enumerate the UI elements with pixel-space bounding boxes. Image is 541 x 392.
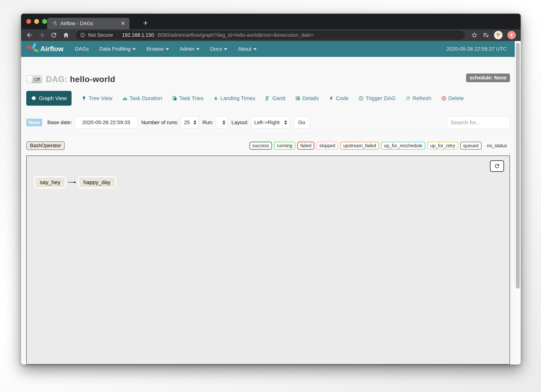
tab-delete[interactable]: Delete xyxy=(441,95,464,102)
align-left-icon xyxy=(265,96,270,101)
tab-trigger-dag[interactable]: Trigger DAG xyxy=(359,95,395,102)
bolt-icon xyxy=(329,96,334,101)
tab-task-tries[interactable]: Task Tries xyxy=(172,95,203,102)
status-up-for-retry: up_for_retry xyxy=(427,142,458,150)
tab-task-duration[interactable]: Task Duration xyxy=(122,95,162,102)
close-window-button[interactable] xyxy=(26,19,31,24)
schedule-badge: schedule: None xyxy=(466,74,510,82)
status-failed: failed xyxy=(297,142,314,150)
chevron-down-icon xyxy=(166,48,169,50)
layout-select[interactable]: Left->Right xyxy=(251,116,290,129)
nav-item-data-profiling[interactable]: Data Profiling xyxy=(99,46,136,52)
url-path: :8080/admin/airflow/graph?dag_id=hello-w… xyxy=(157,32,314,38)
operator-legend-badge: BashOperator xyxy=(26,141,65,150)
tab-gantt[interactable]: Gantt xyxy=(265,95,285,102)
base-date-input[interactable] xyxy=(75,116,138,129)
tab-code[interactable]: Code xyxy=(329,95,349,102)
dag-page: schedule: None Off DAG: hello-world Gra xyxy=(21,57,515,364)
navbar-menu: DAGs Data Profiling Browse Admin Docs Ab… xyxy=(75,46,257,52)
browser-toolbar: Not Secure 192.168.1.150 :8080/admin/air… xyxy=(21,29,521,41)
nav-item-dags[interactable]: DAGs xyxy=(75,46,89,52)
nav-item-docs[interactable]: Docs xyxy=(210,46,227,52)
search-input[interactable] xyxy=(447,116,510,129)
nav-item-about[interactable]: About xyxy=(238,46,257,52)
airflow-brand[interactable]: Airflow xyxy=(26,42,63,56)
toggle-off-label: Off xyxy=(32,76,42,83)
tab-refresh[interactable]: Refresh xyxy=(406,95,431,102)
run-label: Run: xyxy=(203,120,213,125)
tab-graph-view[interactable]: Graph View xyxy=(26,91,72,106)
back-icon[interactable] xyxy=(26,32,33,39)
plane-icon xyxy=(213,96,218,101)
window-controls xyxy=(26,14,47,29)
nav-item-browse[interactable]: Browse xyxy=(146,46,169,52)
run-select[interactable] xyxy=(216,116,228,129)
scrollbar-thumb[interactable] xyxy=(516,43,520,289)
num-runs-select[interactable]: 25 xyxy=(181,116,199,129)
dag-header: Off DAG: hello-world xyxy=(26,73,510,85)
chevron-down-icon xyxy=(224,48,227,50)
num-runs-label: Number of runs: xyxy=(141,120,178,125)
status-up-for-reschedule: up_for_reschedule xyxy=(381,142,425,150)
profile-avatar[interactable] xyxy=(494,31,503,39)
address-bar[interactable]: Not Secure 192.168.1.150 :8080/admin/air… xyxy=(76,31,465,40)
browser-update-icon[interactable] xyxy=(507,31,516,39)
dag-nodes: say_hey happy_day xyxy=(34,176,116,188)
go-button[interactable]: Go xyxy=(294,116,310,129)
chevron-down-icon xyxy=(253,48,257,50)
base-date-label: Base date: xyxy=(47,120,72,125)
security-label: Not Secure xyxy=(88,32,113,38)
divider xyxy=(26,134,510,134)
status-skipped: skipped xyxy=(316,142,338,150)
status-no-status: no_status xyxy=(484,142,510,150)
forward-icon[interactable] xyxy=(38,32,45,39)
edge-arrow-icon xyxy=(68,180,76,184)
view-tabs: Graph View Tree View Task Duration xyxy=(26,91,510,106)
reading-list-extension-icon[interactable] xyxy=(483,32,489,38)
new-tab-button[interactable]: + xyxy=(140,18,151,28)
minimize-window-button[interactable] xyxy=(34,19,39,24)
close-tab-icon[interactable]: ✕ xyxy=(121,21,125,26)
status-legend: success running failed skipped upstream_… xyxy=(250,142,510,150)
home-icon[interactable] xyxy=(62,32,69,39)
task-node-happy-day[interactable]: happy_day xyxy=(78,176,116,188)
stepper-icon xyxy=(284,120,287,125)
url-divider xyxy=(117,32,118,38)
bookmark-star-icon[interactable] xyxy=(471,32,478,38)
tab-title: Airflow - DAGs xyxy=(60,21,118,26)
nav-item-admin[interactable]: Admin xyxy=(180,46,199,52)
page-viewport: Airflow DAGs Data Profiling Browse Admin… xyxy=(21,41,521,364)
play-circle-icon xyxy=(359,96,364,101)
pizza-avatar-icon xyxy=(495,32,501,38)
url-host: 192.168.1.150 xyxy=(122,32,154,38)
browser-tab[interactable]: Airflow - DAGs ✕ xyxy=(47,18,130,29)
none-badge: None xyxy=(26,119,42,126)
reload-icon[interactable] xyxy=(50,32,57,39)
tab-tree-view[interactable]: Tree View xyxy=(82,95,112,102)
toggle-knob xyxy=(26,76,32,83)
page-scrollbar[interactable] xyxy=(515,41,521,364)
browser-titlebar: Airflow - DAGs ✕ + xyxy=(21,14,521,29)
airflow-navbar: Airflow DAGs Data Profiling Browse Admin… xyxy=(21,41,515,57)
graph-refresh-button[interactable] xyxy=(490,160,504,172)
task-node-say-hey[interactable]: say_hey xyxy=(34,176,66,188)
chevron-down-icon xyxy=(196,48,199,50)
airflow-favicon xyxy=(51,20,57,27)
tab-details[interactable]: Details xyxy=(295,95,319,102)
tab-landing-times[interactable]: Landing Times xyxy=(213,95,255,102)
chevron-down-icon xyxy=(132,48,136,50)
run-controls: None Base date: Number of runs: 25 Run: … xyxy=(26,116,510,129)
info-icon[interactable] xyxy=(80,32,85,38)
dag-pause-toggle[interactable]: Off xyxy=(26,75,42,83)
stepper-icon xyxy=(222,120,225,125)
toolbar-right xyxy=(471,31,516,39)
zoom-window-button[interactable] xyxy=(42,19,47,24)
copies-icon xyxy=(172,96,177,101)
tree-icon xyxy=(82,96,87,101)
refresh-icon xyxy=(494,163,500,169)
status-queued: queued xyxy=(460,142,481,150)
browser-window: Airflow - DAGs ✕ + Not Secure 192.168.1.… xyxy=(21,14,521,364)
layout-label: Layout: xyxy=(231,120,249,125)
dag-graph-canvas[interactable]: say_hey happy_day xyxy=(26,156,510,364)
list-icon xyxy=(295,96,300,101)
